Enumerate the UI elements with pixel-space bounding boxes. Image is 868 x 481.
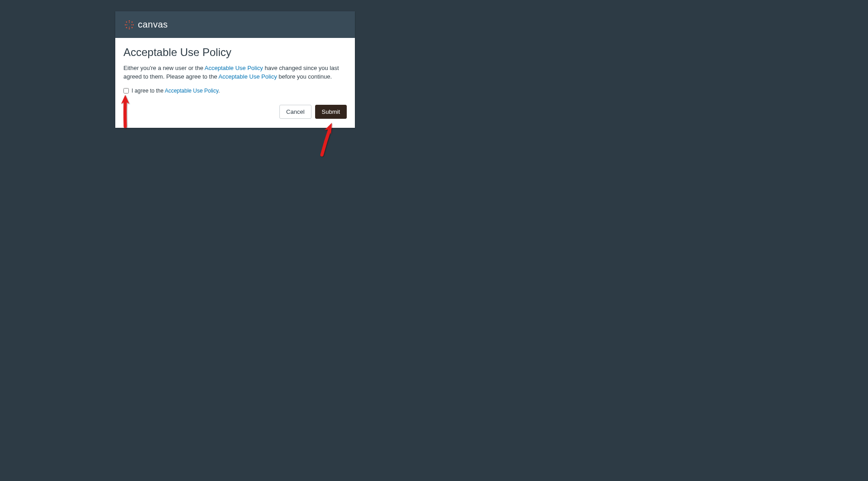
- svg-point-11: [131, 24, 132, 25]
- policy-link-1[interactable]: Acceptable Use Policy: [205, 65, 263, 71]
- brand-name: canvas: [138, 19, 168, 30]
- svg-point-0: [129, 20, 130, 22]
- svg-point-4: [126, 21, 127, 23]
- modal-body: Acceptable Use Policy Either you're a ne…: [115, 38, 355, 128]
- agree-row: I agree to the Acceptable Use Policy.: [123, 88, 347, 94]
- svg-point-9: [129, 27, 130, 28]
- svg-point-3: [132, 24, 134, 25]
- canvas-logo-icon: [124, 20, 134, 30]
- brand-logo: canvas: [124, 19, 168, 30]
- svg-point-7: [132, 27, 133, 28]
- svg-point-6: [126, 27, 127, 28]
- agree-checkbox[interactable]: [123, 88, 129, 93]
- desc-text-prefix: Either you're a new user or the: [123, 65, 205, 71]
- submit-button[interactable]: Submit: [315, 105, 347, 119]
- svg-point-1: [129, 28, 130, 29]
- cancel-button[interactable]: Cancel: [279, 105, 311, 119]
- svg-point-2: [125, 24, 126, 25]
- svg-point-8: [129, 22, 130, 23]
- page-title: Acceptable Use Policy: [123, 46, 347, 59]
- agree-suffix: .: [218, 88, 220, 94]
- button-row: Cancel Submit: [123, 105, 347, 119]
- agree-policy-link[interactable]: Acceptable Use Policy: [165, 88, 218, 94]
- desc-text-suffix: before you continue.: [277, 73, 332, 80]
- agree-label: I agree to the Acceptable Use Policy.: [132, 88, 220, 94]
- agree-prefix: I agree to the: [132, 88, 165, 94]
- policy-description: Either you're a new user or the Acceptab…: [123, 64, 347, 81]
- policy-modal: canvas Acceptable Use Policy Either you'…: [115, 11, 355, 128]
- svg-point-5: [132, 21, 133, 23]
- modal-header: canvas: [115, 11, 355, 38]
- svg-point-10: [127, 24, 127, 25]
- policy-link-2[interactable]: Acceptable Use Policy: [218, 73, 277, 80]
